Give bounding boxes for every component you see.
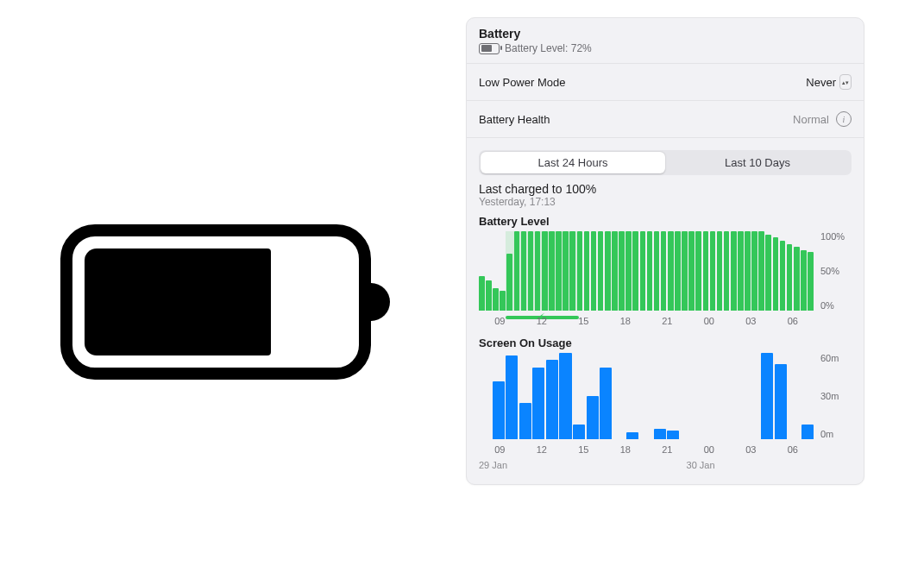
- time-range-segmented[interactable]: Last 24 Hours Last 10 Days: [479, 150, 852, 175]
- bar: [647, 231, 653, 311]
- bar: [528, 231, 534, 311]
- bar: [640, 231, 646, 311]
- bar: [546, 360, 558, 439]
- bar: [654, 429, 666, 439]
- battery-usage-section: Last 24 Hours Last 10 Days Last charged …: [467, 138, 864, 484]
- bar: [808, 252, 814, 311]
- battery-settings-panel: Battery Battery Level: 72% Low Power Mod…: [466, 17, 864, 485]
- bar: [780, 241, 786, 311]
- bar: [479, 276, 485, 311]
- battery-header: Battery Battery Level: 72%: [467, 18, 864, 64]
- battery-level-plot: ⚡︎: [479, 231, 814, 311]
- low-power-mode-label: Low Power Mode: [479, 76, 565, 89]
- bar: [695, 231, 701, 311]
- info-icon[interactable]: i: [836, 111, 852, 127]
- battery-level-x-axis: 0912151821000306: [479, 316, 814, 330]
- screen-on-plot: [479, 353, 814, 439]
- bar: [573, 425, 585, 439]
- bar: [717, 231, 723, 311]
- bar: [787, 244, 793, 311]
- tab-last-24-hours[interactable]: Last 24 Hours: [481, 152, 665, 173]
- bar: [577, 231, 583, 311]
- updown-stepper-icon: ▴▾: [839, 74, 852, 90]
- bar: [605, 231, 611, 311]
- bar: [563, 231, 569, 311]
- bar: [587, 396, 599, 439]
- screen-on-x-axis: 0912151821000306: [479, 444, 814, 458]
- battery-fill-icon: [85, 248, 271, 355]
- battery-level-chart-title: Battery Level: [479, 215, 852, 228]
- bar: [506, 254, 512, 311]
- battery-hero-icon: [60, 224, 388, 380]
- battery-health-label: Battery Health: [479, 113, 550, 126]
- bar: [761, 353, 773, 439]
- bar: [682, 231, 688, 311]
- battery-level-text: Battery Level: 72%: [505, 42, 592, 54]
- bar: [519, 403, 531, 439]
- bar: [591, 231, 597, 311]
- bar: [654, 231, 660, 311]
- bar: [514, 231, 520, 311]
- date-axis: 29 Jan30 Jan: [479, 460, 814, 472]
- bar: [794, 247, 800, 311]
- bar: [549, 231, 555, 311]
- bar: [598, 231, 604, 311]
- bar: [493, 381, 505, 439]
- screen-on-chart-title: Screen On Usage: [479, 337, 852, 349]
- battery-health-value: Normal: [793, 113, 829, 126]
- bar: [535, 231, 541, 311]
- bar: [632, 231, 638, 311]
- bar: [751, 231, 757, 311]
- low-power-mode-value: Never: [806, 76, 836, 89]
- tab-last-10-days[interactable]: Last 10 Days: [665, 152, 850, 173]
- last-charged-time: Yesterday, 17:13: [479, 196, 852, 208]
- bar: [500, 291, 506, 311]
- screen-on-y-axis: 60m30m0m: [820, 353, 852, 439]
- bar: [619, 231, 625, 311]
- low-power-mode-row: Low Power Mode Never ▴▾: [467, 64, 864, 101]
- bar: [738, 231, 744, 311]
- bar: [532, 368, 544, 439]
- last-charged-block: Last charged to 100% Yesterday, 17:13: [479, 182, 852, 208]
- battery-cap-icon: [368, 283, 390, 321]
- battery-health-row: Battery Health Normal i: [467, 101, 864, 138]
- bar: [775, 364, 787, 439]
- bar: [724, 231, 730, 311]
- bar: [600, 368, 612, 439]
- bar: [758, 231, 764, 311]
- bar: [675, 231, 681, 311]
- battery-level-bars: [479, 231, 814, 311]
- bar: [661, 231, 667, 311]
- bar: [667, 431, 679, 439]
- bar: [626, 432, 638, 439]
- bar: [493, 288, 499, 311]
- last-charged-title: Last charged to 100%: [479, 182, 852, 196]
- bar: [486, 280, 492, 311]
- bar: [765, 235, 771, 311]
- bar: [542, 231, 548, 311]
- bar: [703, 231, 709, 311]
- screen-on-bars: [479, 353, 814, 439]
- battery-level-chart: Battery Level ⚡︎ 100%50%0% 0912151821000…: [479, 215, 852, 330]
- bar: [569, 231, 575, 311]
- bar: [745, 231, 751, 311]
- bar: [801, 250, 807, 311]
- bar: [710, 231, 716, 311]
- battery-mini-icon: [479, 43, 500, 54]
- panel-title: Battery: [479, 27, 852, 41]
- bar: [559, 353, 571, 439]
- bar: [556, 231, 562, 311]
- screen-on-chart: Screen On Usage 60m30m0m 091215182100030…: [479, 337, 852, 472]
- bar: [625, 231, 632, 311]
- bar: [506, 355, 518, 439]
- battery-level-y-axis: 100%50%0%: [820, 231, 852, 311]
- bar: [521, 231, 527, 311]
- battery-level-status: Battery Level: 72%: [479, 42, 852, 54]
- bar: [801, 425, 814, 439]
- bar: [584, 231, 590, 311]
- low-power-mode-popup[interactable]: Never ▴▾: [806, 74, 852, 90]
- bar: [731, 231, 737, 311]
- bar: [612, 231, 618, 311]
- bar: [773, 237, 779, 311]
- bar: [688, 231, 695, 311]
